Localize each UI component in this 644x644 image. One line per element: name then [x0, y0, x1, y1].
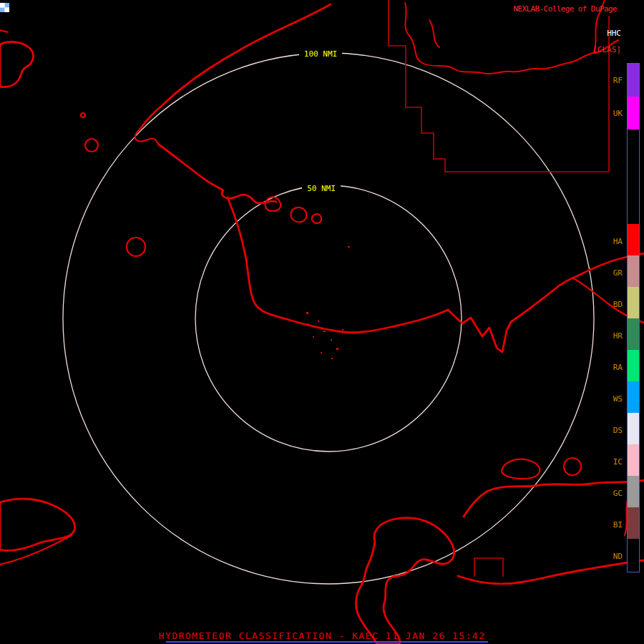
- legend-swatch-uk: [628, 97, 639, 130]
- coastline-path: [159, 145, 276, 203]
- legend-swatch-hr: [628, 318, 639, 350]
- legend-label-nd: ND: [613, 552, 623, 561]
- coastline-northeast: [511, 253, 644, 322]
- legend-label-bd: BD: [613, 300, 623, 309]
- product-title: HYDROMETEOR CLASSIFICATION - KAEC 11 JAN…: [0, 630, 644, 641]
- islet-blob: [502, 459, 540, 479]
- coastline-nw-corner: [0, 42, 33, 87]
- legend-label-uk: UK: [613, 109, 623, 118]
- coastline-se-wavy: [464, 480, 644, 517]
- islet-circle: [564, 458, 581, 475]
- coastline-sw-blob: [0, 499, 75, 550]
- border-path: [389, 0, 609, 172]
- ring-label-100nmi: 100 NMI: [299, 49, 342, 59]
- county-borders: [389, 0, 609, 577]
- islet: [265, 197, 281, 211]
- coastline-arc: [141, 4, 331, 128]
- legend-swatch-ds: [628, 413, 639, 444]
- legend-label-ra: RA: [613, 363, 623, 372]
- radar-echoes: [306, 246, 350, 359]
- legend-swatch-rf: [628, 64, 639, 97]
- legend-label-ws: WS: [613, 394, 623, 404]
- brand-text: NEXLAB-College of DuPage: [513, 4, 617, 14]
- legend-label-ha: HA: [613, 237, 623, 246]
- coastline-stub: [0, 30, 8, 32]
- legend-color-bar: [627, 63, 640, 572]
- coastline-zigzag-peninsula: [448, 310, 511, 352]
- legend-label-ic: IC: [613, 457, 623, 467]
- islet: [312, 214, 321, 223]
- river-path: [429, 20, 439, 47]
- legend-label-gr: GR: [613, 268, 623, 278]
- legend-label-gc: GC: [613, 489, 623, 498]
- legend-swatch-bd: [628, 287, 639, 318]
- legend-swatch-ra: [628, 350, 639, 381]
- legend-label-bi: BI: [613, 520, 623, 530]
- classification-label: [CLAS]: [592, 45, 621, 54]
- legend-swatch-gc: [628, 476, 639, 507]
- legend-swatch-bi: [628, 507, 639, 539]
- legend-label-ds: DS: [613, 426, 623, 435]
- legend-swatch-ha: [628, 224, 639, 255]
- legend-swatch-ws: [628, 381, 639, 413]
- islet: [291, 208, 307, 223]
- coastline-se-diagonal: [458, 560, 644, 584]
- title-underline: [166, 641, 488, 643]
- radar-map: [0, 0, 644, 644]
- coastline-blob: [135, 128, 162, 147]
- product-code-label: HHC: [607, 29, 621, 38]
- coastlines: [0, 4, 644, 644]
- legend-label-hr: HR: [613, 331, 623, 341]
- brand-icon: [0, 3, 9, 12]
- islet-circle: [81, 113, 85, 117]
- border-path: [474, 558, 503, 577]
- legend-swatch-gr: [628, 255, 639, 287]
- legend-swatch-nd: [628, 539, 639, 570]
- ring-label-50nmi: 50 NMI: [302, 183, 341, 194]
- islet-circle: [127, 238, 145, 256]
- legend-label-rf: RF: [613, 76, 623, 85]
- legend-swatch-ic: [628, 444, 639, 476]
- islet-circle: [85, 139, 98, 152]
